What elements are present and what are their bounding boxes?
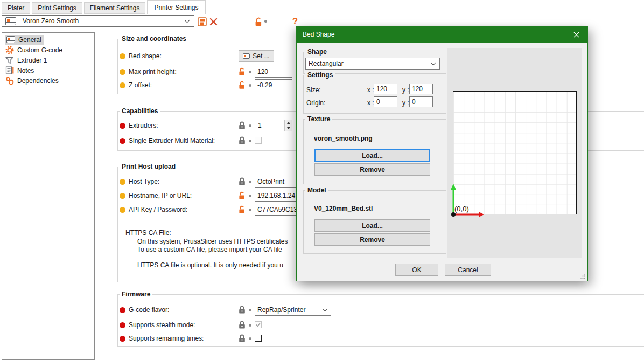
modified-bullet-icon xyxy=(120,207,125,213)
lock-toggle[interactable] xyxy=(239,136,246,145)
modified-dot-icon xyxy=(249,209,251,211)
origin-y-input[interactable] xyxy=(409,96,433,107)
printer-preset-combobox[interactable]: Voron Zero Smooth xyxy=(2,15,194,27)
stealth-mode-checkbox[interactable] xyxy=(255,321,262,328)
gear-icon xyxy=(5,46,14,54)
modified-dot-icon xyxy=(249,195,251,197)
modified-bullet-icon xyxy=(120,82,125,88)
notes-icon xyxy=(5,66,14,75)
tab-print-settings-label: Print Settings xyxy=(38,4,76,12)
spinner-buttons xyxy=(284,120,292,131)
unlock-toggle[interactable] xyxy=(239,191,246,200)
model-filename: V0_120mm_Bed.stl xyxy=(314,205,373,212)
lock-toggle[interactable] xyxy=(239,121,246,130)
modified-dot-icon xyxy=(249,140,251,142)
groupbox-legend: Model xyxy=(305,186,328,194)
ok-button[interactable]: OK xyxy=(395,264,438,276)
lock-toggle[interactable] xyxy=(239,306,246,314)
tab-plater[interactable]: Plater xyxy=(2,2,30,14)
button-label: Remove xyxy=(360,236,385,244)
shape-select[interactable]: Rectangular xyxy=(305,58,440,70)
modified-dot-icon xyxy=(249,181,251,183)
tab-print-settings[interactable]: Print Settings xyxy=(32,2,82,14)
button-label: Cancel xyxy=(458,266,478,274)
dialog-title-bar[interactable]: Bed Shape xyxy=(297,26,587,43)
dialog-close-button[interactable] xyxy=(565,26,587,43)
max-print-height-input[interactable] xyxy=(255,66,292,78)
spin-down-button[interactable] xyxy=(284,126,292,131)
extruders-spinner[interactable]: 1 xyxy=(255,120,292,131)
gcode-flavor-select[interactable]: RepRap/Sprinter xyxy=(255,304,331,316)
remaining-times-checkbox[interactable] xyxy=(255,335,262,342)
tab-filament-settings[interactable]: Filament Settings xyxy=(84,2,146,14)
checkmark-icon xyxy=(255,322,261,328)
prusaslicer-window: Plater Print Settings Filament Settings … xyxy=(0,0,644,360)
sidebar-item-label: Notes xyxy=(17,67,34,74)
system-bullet-icon xyxy=(120,138,125,144)
resize-grip[interactable] xyxy=(580,274,586,279)
modified-dot-icon xyxy=(249,84,251,87)
unlock-toggle[interactable] xyxy=(239,67,246,76)
texture-load-button[interactable]: Load... xyxy=(314,149,430,162)
lock-toggle[interactable] xyxy=(239,321,246,329)
size-y-input[interactable] xyxy=(409,84,433,94)
modified-dot-icon xyxy=(264,20,267,23)
lock-icon xyxy=(239,321,246,329)
groupbox-legend: Firmware xyxy=(120,290,152,298)
lock-all-toggle[interactable] xyxy=(253,16,264,27)
system-bullet-icon xyxy=(120,123,125,129)
tab-filament-settings-label: Filament Settings xyxy=(90,4,140,12)
groupbox-legend: Texture xyxy=(305,115,332,123)
sidebar-item-general[interactable]: General xyxy=(2,34,94,45)
delete-preset-button[interactable] xyxy=(208,16,219,27)
y-label: y : xyxy=(402,85,409,95)
setting-label: Host Type: xyxy=(129,176,159,188)
unlock-icon xyxy=(239,205,246,214)
sidebar-item-extruder-1[interactable]: Extruder 1 xyxy=(2,55,94,65)
spin-up-button[interactable] xyxy=(284,120,292,126)
save-icon xyxy=(198,17,207,26)
sidebar-item-label: Custom G-code xyxy=(17,46,62,54)
setting-label: Max print height: xyxy=(129,66,177,78)
dependencies-icon xyxy=(5,77,14,85)
save-preset-button[interactable] xyxy=(197,16,207,27)
lock-toggle[interactable] xyxy=(239,334,246,343)
y-label: y : xyxy=(402,98,409,108)
tab-printer-settings[interactable]: Printer Settings xyxy=(147,0,205,14)
extruders-value: 1 xyxy=(258,121,262,130)
size-label: Size: xyxy=(306,85,321,95)
printer-preset-value: Voron Zero Smooth xyxy=(23,17,79,25)
groupbox-legend: Settings xyxy=(305,71,335,79)
button-label: Load... xyxy=(362,222,383,230)
cancel-button[interactable]: Cancel xyxy=(445,264,491,276)
help-button[interactable]: ? xyxy=(290,16,300,27)
modified-dot-icon xyxy=(249,324,251,327)
model-remove-button[interactable]: Remove xyxy=(314,233,430,246)
semm-checkbox[interactable] xyxy=(255,137,262,144)
texture-remove-button[interactable]: Remove xyxy=(314,163,430,176)
unlock-toggle[interactable] xyxy=(239,205,246,214)
button-label: Load... xyxy=(362,152,383,160)
groupbox-legend: Print Host upload xyxy=(120,163,178,170)
unlock-icon xyxy=(239,191,246,200)
bed-shape-set-button[interactable]: Set ... xyxy=(239,50,274,62)
origin-x-input[interactable] xyxy=(374,96,397,107)
lock-toggle[interactable] xyxy=(239,177,246,186)
sidebar-item-dependencies[interactable]: Dependencies xyxy=(2,75,94,86)
modified-bullet-icon xyxy=(120,69,125,75)
modified-bullet-icon xyxy=(120,179,125,185)
setting-label: API Key / Password: xyxy=(129,204,187,216)
lock-icon xyxy=(239,177,246,186)
origin-coordinates-label: (0,0) xyxy=(454,205,469,213)
sidebar-item-notes[interactable]: Notes xyxy=(2,65,94,75)
setting-label: G-code flavor: xyxy=(129,304,169,316)
https-ca-file-title: HTTPS CA File: xyxy=(125,229,171,237)
size-x-input[interactable] xyxy=(374,84,397,94)
z-offset-input[interactable] xyxy=(255,79,292,91)
unlock-toggle[interactable] xyxy=(239,81,246,89)
x-label: x : xyxy=(367,98,374,108)
tab-printer-settings-label: Printer Settings xyxy=(154,4,198,11)
sidebar-item-label: General xyxy=(18,36,41,44)
model-load-button[interactable]: Load... xyxy=(314,219,430,232)
sidebar-item-custom-gcode[interactable]: Custom G-code xyxy=(2,45,94,55)
